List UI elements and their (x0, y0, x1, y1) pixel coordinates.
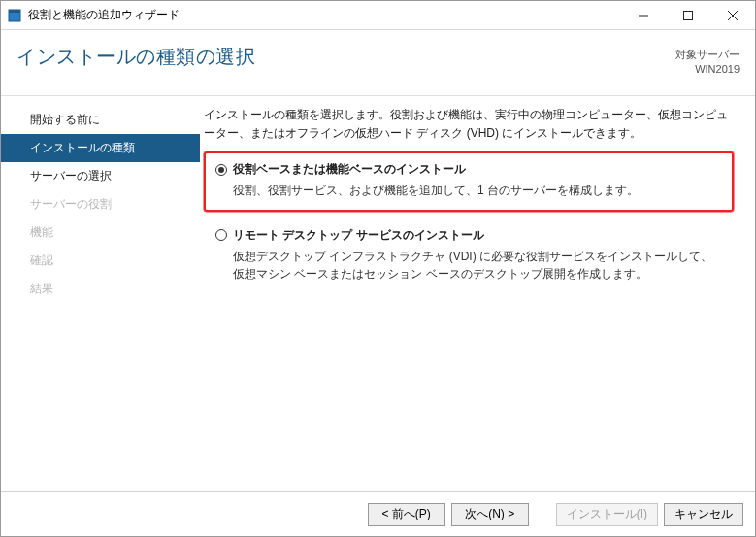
wizard-body: 開始する前にインストールの種類サーバーの選択サーバーの役割機能確認結果 インスト… (1, 96, 755, 491)
maximize-button[interactable] (666, 1, 710, 30)
wizard-footer: < 前へ(P) 次へ(N) > インストール(I) キャンセル (1, 491, 755, 536)
svg-rect-1 (9, 10, 20, 13)
option-title: リモート デスクトップ サービスのインストール (233, 227, 484, 244)
svg-rect-3 (684, 11, 693, 19)
install-button: インストール(I) (556, 503, 658, 526)
target-server-info: 対象サーバー WIN2019 (675, 44, 740, 77)
option-description: 仮想デスクトップ インフラストラクチャ (VDI) に必要な役割サービスをインス… (233, 248, 722, 284)
install-type-option-rds[interactable]: リモート デスクトップ サービスのインストール仮想デスクトップ インフラストラク… (204, 218, 734, 295)
cancel-button[interactable]: キャンセル (664, 503, 743, 526)
option-header[interactable]: リモート デスクトップ サービスのインストール (215, 227, 722, 244)
titlebar: 役割と機能の追加ウィザード (1, 1, 755, 30)
content-description: インストールの種類を選択します。役割および機能は、実行中の物理コンピューター、仮… (204, 106, 734, 142)
minimize-button[interactable] (621, 1, 666, 30)
page-title: インストールの種類の選択 (16, 44, 675, 70)
wizard-step-item: 確認 (1, 247, 200, 275)
wizard-step-item[interactable]: インストールの種類 (1, 134, 200, 162)
wizard-step-item[interactable]: サーバーの選択 (1, 162, 200, 190)
radio-icon[interactable] (215, 229, 227, 241)
option-title: 役割ベースまたは機能ベースのインストール (233, 161, 466, 178)
wizard-step-item[interactable]: 開始する前に (1, 106, 200, 134)
wizard-step-item: 機能 (1, 218, 200, 247)
wizard-content: インストールの種類を選択します。役割および機能は、実行中の物理コンピューター、仮… (200, 96, 755, 491)
install-type-option-role-based[interactable]: 役割ベースまたは機能ベースのインストール役割、役割サービス、および機能を追加して… (204, 151, 734, 212)
app-icon (7, 8, 22, 23)
wizard-header: インストールの種類の選択 対象サーバー WIN2019 (1, 30, 755, 96)
next-button[interactable]: 次へ(N) > (451, 503, 529, 526)
target-label: 対象サーバー (675, 48, 740, 62)
prev-button[interactable]: < 前へ(P) (368, 503, 445, 526)
option-description: 役割、役割サービス、および機能を追加して、1 台のサーバーを構成します。 (233, 182, 722, 200)
window-title: 役割と機能の追加ウィザード (28, 7, 621, 23)
wizard-step-item: 結果 (1, 275, 200, 303)
wizard-steps-sidebar: 開始する前にインストールの種類サーバーの選択サーバーの役割機能確認結果 (1, 96, 200, 491)
target-value: WIN2019 (675, 62, 740, 77)
option-header[interactable]: 役割ベースまたは機能ベースのインストール (215, 161, 722, 178)
close-button[interactable] (710, 1, 755, 30)
radio-icon[interactable] (215, 164, 227, 176)
wizard-step-item: サーバーの役割 (1, 190, 200, 218)
